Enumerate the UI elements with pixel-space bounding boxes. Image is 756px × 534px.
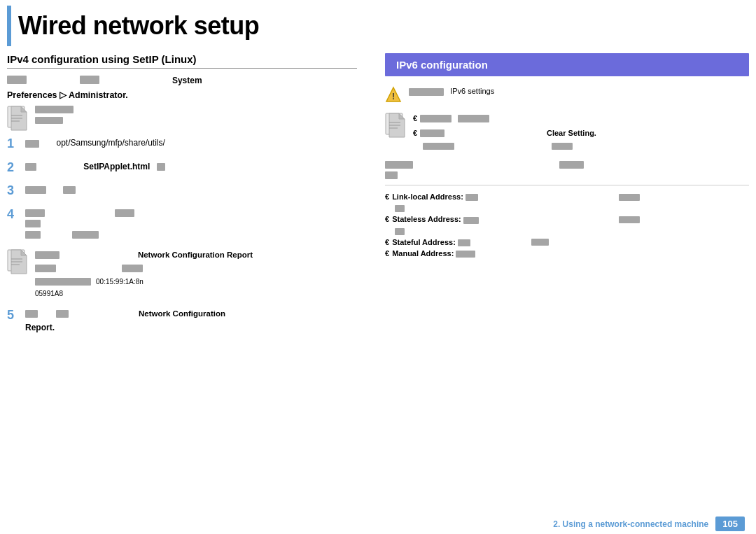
step-1-row: 1 opt/Samsung/mfp/share/utils/ bbox=[7, 136, 357, 152]
stateless-sub bbox=[395, 228, 405, 235]
ipv6-header: IPv6 configuration bbox=[385, 53, 749, 76]
left-section-title: IPv4 configuration using SetIP (Linux) bbox=[7, 53, 357, 69]
addr-row-manual: € Manual Address: bbox=[385, 249, 749, 258]
addr-header-blurred1 bbox=[385, 161, 413, 169]
step5-blurred2 bbox=[56, 310, 69, 318]
step5-blurred1 bbox=[25, 310, 38, 318]
step2-blurred1 bbox=[25, 163, 36, 171]
addr-row-stateless: € Stateless Address: bbox=[385, 215, 749, 223]
manual-label: Manual Address: bbox=[392, 249, 528, 258]
separator bbox=[385, 185, 749, 185]
stateful-label: Stateful Address: bbox=[392, 238, 528, 246]
title-bar: Wired network setup bbox=[7, 6, 756, 46]
intro-preferences: Preferences ▷ Administrator. bbox=[7, 90, 357, 100]
footer-link[interactable]: 2. Using a network-connected machine bbox=[553, 519, 708, 529]
page-title: Wired network setup bbox=[18, 11, 259, 41]
left-column: IPv4 configuration using SetIP (Linux) S… bbox=[7, 53, 364, 342]
report-blurred3 bbox=[122, 265, 143, 272]
stateless-label: Stateless Address: bbox=[392, 215, 528, 223]
doc-icon-3 bbox=[385, 113, 407, 138]
step4-blurred3 bbox=[25, 220, 41, 227]
right-column: IPv6 configuration ! IPv6 settings bbox=[378, 53, 749, 342]
step-3-row: 3 bbox=[7, 183, 357, 199]
report-blurred2 bbox=[35, 265, 56, 272]
ipv6-doc-text2: Clear Setting. bbox=[420, 127, 596, 139]
link-local-sub bbox=[395, 205, 405, 212]
doc-icon-1 bbox=[7, 106, 29, 131]
report-blurred1 bbox=[35, 251, 59, 259]
step2-blurred2 bbox=[157, 163, 165, 171]
step-3-number: 3 bbox=[7, 183, 20, 199]
intro-blurred-1 bbox=[7, 76, 27, 84]
report-mac-text2: 05991A8 bbox=[35, 290, 63, 297]
report-bold: Network Configuration Report bbox=[138, 249, 253, 261]
step4-blurred1 bbox=[25, 209, 45, 217]
ipv6-doc-text3 bbox=[423, 140, 749, 150]
content-area: IPv4 configuration using SetIP (Linux) S… bbox=[0, 53, 756, 342]
step4-blurred4 bbox=[25, 231, 41, 239]
report-section: Network Configuration Report 00:15:99:1A… bbox=[7, 249, 357, 300]
doc-icon-2 bbox=[7, 249, 29, 274]
intro-system: System bbox=[172, 76, 202, 85]
step-5-row: 5 Network Configuration Report. bbox=[7, 308, 357, 334]
footer: 2. Using a network-connected machine 105 bbox=[553, 517, 745, 531]
ipv6-doc-text1 bbox=[420, 113, 489, 124]
step3-blurred1 bbox=[25, 186, 46, 194]
report-mac1 bbox=[35, 278, 91, 286]
addr-header-blurred2 bbox=[559, 161, 584, 169]
step-5-number: 5 bbox=[7, 308, 20, 323]
addr-sub-blurred bbox=[385, 171, 398, 179]
step-4-content bbox=[25, 207, 357, 241]
step-blurred-a bbox=[35, 106, 74, 113]
warning-text: IPv6 settings bbox=[409, 86, 494, 97]
report-content: Network Configuration Report 00:15:99:1A… bbox=[35, 249, 357, 300]
ipv6-info-row-2: € Clear Setting. bbox=[413, 127, 749, 139]
step4-blurred2 bbox=[115, 209, 134, 217]
step5-bold2: Report. bbox=[25, 321, 357, 334]
addr-row-stateful: € Stateful Address: bbox=[385, 238, 749, 246]
step-2-number: 2 bbox=[7, 160, 20, 176]
step-4-row: 4 bbox=[7, 207, 357, 241]
step-1-number: 1 bbox=[7, 136, 20, 152]
page-container: Wired network setup IPv4 configuration u… bbox=[0, 6, 756, 534]
step5-bold: Network Configuration bbox=[139, 308, 225, 320]
step-blurred-b bbox=[35, 117, 63, 124]
step3-blurred2 bbox=[63, 186, 76, 194]
step-4-number: 4 bbox=[7, 207, 20, 223]
intro-blurred-2 bbox=[80, 76, 99, 84]
stateless-value bbox=[531, 215, 749, 223]
ipv6-addresses: € Link-local Address: bbox=[385, 160, 749, 258]
footer-page-number: 105 bbox=[715, 517, 745, 531]
step1-path: opt/Samsung/mfp/share/utils/ bbox=[56, 138, 164, 148]
addr-row-link-local: € Link-local Address: bbox=[385, 192, 749, 201]
ipv6-doc-section: € € bbox=[385, 113, 749, 150]
ipv6-doc-content: € € bbox=[413, 113, 749, 150]
svg-text:!: ! bbox=[392, 92, 395, 101]
link-local-label: Link-local Address: bbox=[392, 192, 528, 201]
step-1-content: opt/Samsung/mfp/share/utils/ bbox=[25, 136, 357, 149]
ipv6-info-row-1: € bbox=[413, 113, 749, 125]
warning-row: ! IPv6 settings bbox=[385, 86, 749, 103]
link-local-value bbox=[531, 192, 749, 200]
warning-label: IPv6 settings bbox=[450, 87, 494, 95]
step-3-content bbox=[25, 183, 357, 195]
doc-content-1 bbox=[35, 106, 357, 126]
report-mac-text1: 00:15:99:1A:8n bbox=[96, 278, 144, 286]
clear-setting-text: Clear Setting. bbox=[547, 129, 596, 137]
stateful-value bbox=[531, 238, 749, 246]
step-2-row: 2 SetIPApplet.html bbox=[7, 160, 357, 176]
warning-blurred bbox=[409, 88, 444, 96]
step1-blurred bbox=[25, 140, 39, 148]
warning-icon: ! bbox=[385, 86, 402, 103]
step2-filename: SetIPApplet.html bbox=[83, 162, 150, 171]
step-2-content: SetIPApplet.html bbox=[25, 160, 357, 173]
step-5-content: Network Configuration Report. bbox=[25, 308, 357, 334]
step4-blurred5 bbox=[72, 231, 99, 239]
intro-row: System bbox=[7, 76, 357, 85]
doc-icon-row bbox=[7, 106, 357, 131]
